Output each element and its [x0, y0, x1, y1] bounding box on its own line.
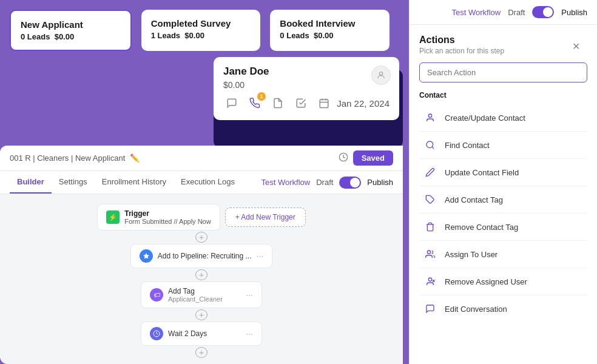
publish-toggle[interactable] [339, 177, 361, 189]
action-assign-to-user[interactable]: Assign To User [419, 241, 587, 268]
tab-execution-logs[interactable]: Execution Logs [174, 171, 242, 194]
action-find-contact[interactable]: Find Contact [419, 132, 587, 159]
svg-point-8 [428, 114, 431, 117]
tabs-right: Test Workflow Draft Publish [261, 177, 393, 189]
saved-button[interactable]: Saved [353, 150, 393, 166]
search-action-input[interactable] [419, 62, 587, 83]
action-label: Update Contact Field [445, 168, 519, 177]
tab-builder[interactable]: Builder [10, 171, 52, 194]
step-menu-tag[interactable]: ··· [246, 290, 253, 300]
svg-point-13 [428, 278, 431, 281]
contact-card: Jane Doe $0.00 Jan 22, 2024 [214, 57, 399, 120]
action-remove-contact-tag[interactable]: Remove Contact Tag [419, 214, 587, 241]
plus-button-2[interactable]: + [195, 269, 207, 280]
draft-label: Draft [316, 178, 333, 187]
contact-section-title: Contact [419, 91, 587, 99]
step-menu-pipeline[interactable]: ··· [257, 251, 264, 261]
phone-icon[interactable] [246, 95, 263, 112]
svg-marker-6 [143, 253, 149, 259]
action-label: Remove Contact Tag [445, 223, 518, 232]
contact-actions-row: Jan 22, 2024 [223, 95, 390, 112]
workflow-title: 001 R | Cleaners | New Applicant [10, 153, 125, 163]
find-contact-icon [422, 136, 439, 153]
step-text-tag: Add Tag Applicant_Cleaner [168, 287, 241, 303]
task-icon[interactable] [292, 95, 309, 112]
step-icon-tag: 🏷 [150, 288, 163, 302]
step-text-wait: Wait 2 Days [168, 329, 241, 338]
step-icon-pipeline [140, 249, 153, 263]
tabs-left: Builder Settings Enrollment History Exec… [10, 171, 242, 194]
pipeline-card-title: Booked Interview [280, 18, 380, 29]
update-contact-field-icon [422, 164, 439, 181]
pipeline-card-title: Completed Survey [151, 18, 251, 29]
remove-assigned-user-icon [422, 273, 439, 290]
pipeline-card-completed-survey[interactable]: Completed Survey 1 Leads $0.00 [141, 10, 261, 51]
edit-icon[interactable]: ✏️ [130, 153, 140, 163]
step-add-to-pipeline[interactable]: Add to Pipeline: Recruiting ... ··· [130, 244, 272, 268]
assign-to-user-icon [422, 246, 439, 263]
action-label: Create/Update Contact [445, 113, 525, 123]
plus-button-1[interactable]: + [195, 232, 207, 243]
pipeline-card-new-applicant[interactable]: New Applicant 0 Leads $0.00 [10, 10, 132, 51]
svg-point-9 [427, 141, 433, 148]
step-wait[interactable]: Wait 2 Days ··· [141, 322, 262, 346]
contact-name: Jane Doe [223, 66, 390, 78]
message-icon[interactable] [223, 95, 240, 112]
step-icon-wait [150, 327, 163, 340]
svg-line-10 [432, 147, 434, 149]
contact-icons [223, 95, 332, 112]
workflow-header: 001 R | Cleaners | New Applicant ✏️ Save… [0, 146, 403, 171]
contact-amount: $0.00 [223, 80, 390, 90]
trigger-row: ⚡ Trigger Form Submitted // Apply Now + … [97, 204, 306, 231]
action-items-list: Create/Update Contact Find Contact Updat… [419, 104, 587, 322]
right-panel: Test Workflow Draft Publish Actions ✕ Pi… [409, 0, 597, 364]
clock-icon[interactable] [339, 152, 348, 164]
action-label: Add Contact Tag [445, 195, 503, 204]
action-remove-assigned-user[interactable]: Remove Assigned User [419, 268, 587, 295]
action-edit-conversation[interactable]: Edit Conversation [419, 295, 587, 322]
action-label: Remove Assigned User [445, 277, 527, 286]
workflow-canvas: ⚡ Trigger Form Submitted // Apply Now + … [0, 194, 403, 359]
add-trigger-button[interactable]: + Add New Trigger [225, 207, 306, 227]
tab-enrollment-history[interactable]: Enrollment History [95, 171, 174, 194]
action-create-update-contact[interactable]: Create/Update Contact [419, 104, 587, 132]
action-label: Find Contact [445, 141, 490, 150]
trigger-icon: ⚡ [106, 211, 120, 224]
pipeline-card-title: New Applicant [21, 19, 121, 30]
trigger-box[interactable]: ⚡ Trigger Form Submitted // Apply Now [97, 204, 220, 231]
action-add-contact-tag[interactable]: Add Contact Tag [419, 186, 587, 214]
action-label: Edit Conversation [445, 305, 507, 314]
plus-button-4[interactable]: + [195, 347, 207, 358]
step-text-pipeline: Add to Pipeline: Recruiting ... [158, 252, 252, 260]
avatar[interactable] [371, 66, 391, 85]
test-workflow-button[interactable]: Test Workflow [261, 178, 311, 187]
trigger-info: Trigger Form Submitted // Apply Now [124, 209, 211, 225]
pipeline-cards-container: New Applicant 0 Leads $0.00 Completed Su… [0, 0, 597, 51]
add-contact-tag-icon [422, 191, 439, 208]
publish-label: Publish [367, 178, 393, 187]
workflow-tabs: Builder Settings Enrollment History Exec… [0, 171, 403, 194]
action-label: Assign To User [445, 250, 498, 259]
tab-settings[interactable]: Settings [52, 171, 95, 194]
svg-point-12 [427, 251, 430, 254]
pipeline-card-booked-interview[interactable]: Booked Interview 0 Leads $0.00 [270, 10, 390, 51]
actions-panel: Actions ✕ Pick an action for this step C… [410, 25, 597, 364]
create-update-contact-icon [422, 109, 439, 126]
action-update-contact-field[interactable]: Update Contact Field [419, 159, 587, 186]
pipeline-card-stats: 0 Leads $0.00 [21, 32, 121, 41]
pipeline-card-stats: 1 Leads $0.00 [151, 31, 251, 40]
document-icon[interactable] [269, 95, 286, 112]
contact-date: Jan 22, 2024 [337, 98, 390, 109]
pipeline-card-stats: 0 Leads $0.00 [280, 31, 380, 40]
svg-point-0 [379, 72, 382, 75]
remove-contact-tag-icon [422, 218, 439, 235]
svg-rect-1 [320, 99, 328, 108]
header-icons: Saved [339, 150, 393, 166]
plus-button-3[interactable]: + [195, 309, 207, 320]
workflow-area: 001 R | Cleaners | New Applicant ✏️ Save… [0, 146, 403, 364]
step-add-tag[interactable]: 🏷 Add Tag Applicant_Cleaner ··· [141, 281, 262, 308]
calendar-icon[interactable] [315, 95, 332, 112]
step-menu-wait[interactable]: ··· [246, 329, 253, 339]
edit-conversation-icon [422, 300, 439, 317]
